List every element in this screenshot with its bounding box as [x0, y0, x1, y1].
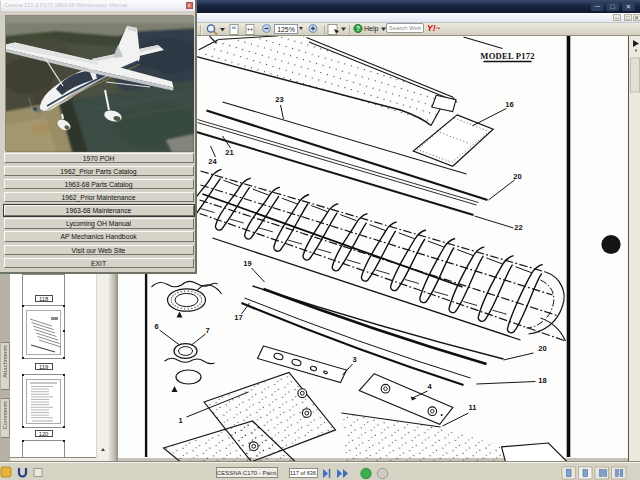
svg-text:17: 17 — [234, 313, 242, 322]
svg-text:23: 23 — [275, 95, 283, 104]
svg-text:1: 1 — [178, 416, 182, 425]
svg-text:Help: Help — [364, 25, 379, 33]
svg-text:21: 21 — [225, 148, 233, 157]
svg-text:20: 20 — [513, 172, 521, 181]
svg-text:11: 11 — [468, 403, 476, 412]
svg-text:19: 19 — [243, 259, 251, 268]
svg-text:24: 24 — [208, 157, 217, 166]
svg-text:18: 18 — [538, 376, 546, 385]
svg-text:6: 6 — [154, 322, 158, 331]
svg-text:7: 7 — [205, 326, 209, 335]
svg-text:4: 4 — [427, 382, 432, 391]
svg-text:22: 22 — [514, 223, 522, 232]
svg-text:MODEL P172: MODEL P172 — [480, 51, 534, 61]
svg-text:20: 20 — [538, 344, 546, 353]
svg-text:?: ? — [356, 25, 360, 32]
svg-text:16: 16 — [505, 100, 513, 109]
svg-text:3: 3 — [352, 355, 356, 364]
